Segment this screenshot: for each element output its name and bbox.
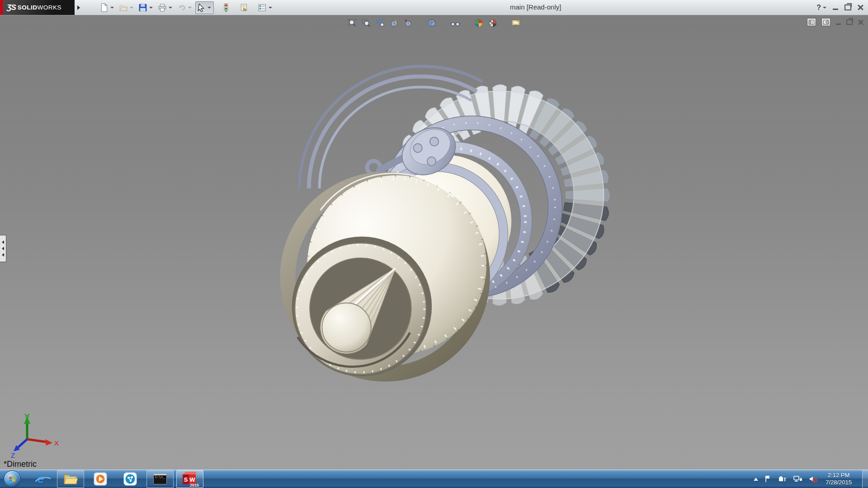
view-orientation-button[interactable]	[403, 18, 414, 28]
jet-engine-model[interactable]	[0, 15, 868, 470]
view-settings-icon	[511, 19, 521, 28]
options-list-icon	[258, 3, 267, 12]
document-close-button[interactable]	[858, 19, 863, 25]
triad-z-label: Z	[11, 451, 15, 458]
taskbar-share-nodes-app[interactable]	[117, 470, 144, 488]
display-style-icon	[427, 19, 436, 28]
open-button[interactable]	[118, 1, 136, 14]
collapse-arrow-icon	[2, 240, 4, 244]
show-desktop-button[interactable]	[862, 470, 868, 488]
start-button[interactable]	[4, 470, 21, 488]
file-properties-button[interactable]	[238, 1, 250, 14]
window-title: main [Read-only]	[510, 3, 561, 11]
sw-year-badge: 2015	[190, 483, 199, 488]
zoom-to-fit-button[interactable]	[347, 18, 358, 28]
new-button[interactable]	[98, 1, 117, 14]
menu-expand-arrow-icon[interactable]	[77, 5, 80, 10]
solidworks-app-icon: S W 2015	[182, 471, 198, 487]
restore-button[interactable]	[844, 5, 851, 10]
undo-dropdown-caret[interactable]	[188, 7, 192, 9]
graphics-area[interactable]: X Y Z *Dimetric	[0, 15, 868, 470]
view-orientation-icon	[403, 19, 413, 28]
taskbar-media-player[interactable]	[87, 470, 114, 488]
network-icon[interactable]	[793, 475, 803, 483]
hide-show-items-button[interactable]	[450, 18, 461, 28]
save-dropdown-caret[interactable]	[149, 7, 153, 9]
sw-letter-s: S	[183, 474, 189, 484]
select-dropdown-caret[interactable]	[208, 7, 211, 9]
taskbar-windows-explorer[interactable]	[57, 470, 84, 488]
view-settings-button[interactable]	[511, 18, 522, 28]
taskbar-apps: e	[27, 470, 203, 488]
new-dropdown-caret[interactable]	[110, 7, 114, 9]
action-center-flag-icon[interactable]	[764, 475, 772, 483]
appearance-sphere-icon	[474, 19, 483, 28]
open-folder-icon	[119, 3, 128, 12]
view-orientation-label: *Dimetric	[4, 460, 37, 469]
triad-y-label: Y	[25, 415, 29, 422]
print-button[interactable]	[156, 1, 175, 14]
help-icon: ?	[816, 4, 821, 12]
edit-appearance-button[interactable]	[473, 18, 484, 28]
help-dropdown-caret[interactable]	[823, 7, 826, 9]
apply-scene-button[interactable]	[487, 18, 498, 28]
section-view-icon	[389, 19, 399, 28]
show-hidden-icons-button[interactable]	[754, 478, 758, 481]
folder-icon	[63, 473, 78, 485]
taskbar-command-prompt[interactable]: C:\>_	[146, 470, 174, 488]
featuremanager-flyout-tab[interactable]	[0, 235, 6, 262]
options-dropdown-caret[interactable]	[269, 7, 272, 9]
dassault-logo-mark: ƷS	[7, 3, 16, 12]
clock-date: 7/28/2015	[826, 479, 852, 486]
new-document-icon	[99, 3, 108, 12]
reference-triad: X Y Z	[10, 413, 64, 458]
open-dropdown-caret[interactable]	[130, 7, 133, 9]
display-style-button[interactable]	[426, 18, 437, 28]
document-restore-button[interactable]	[846, 19, 853, 25]
window-controls: ?	[816, 0, 863, 15]
help-button[interactable]: ?	[816, 4, 826, 12]
close-button[interactable]	[858, 5, 863, 10]
taskbar-solidworks[interactable]: S W 2015	[176, 470, 203, 488]
previous-view-icon	[375, 19, 385, 28]
standard-toolbar	[98, 1, 275, 14]
show-display-pane-button[interactable]	[821, 18, 830, 26]
media-player-icon	[94, 472, 107, 486]
solidworks-logo[interactable]: ƷS SOLIDWORKS	[3, 0, 75, 15]
document-minimize-button[interactable]	[836, 23, 841, 25]
zoom-to-area-icon	[361, 19, 371, 28]
print-dropdown-caret[interactable]	[169, 7, 172, 9]
brand-name: SOLIDWORKS	[18, 4, 61, 11]
taskbar-clock[interactable]: 2:12 PM 7/28/2015	[826, 472, 852, 486]
file-properties-icon	[240, 3, 249, 12]
show-feature-pane-button[interactable]	[807, 18, 816, 26]
headsup-view-toolbar	[344, 17, 524, 29]
pane-right-icon	[823, 20, 829, 24]
engine-front-cowl[interactable]	[280, 172, 490, 381]
triad-x-label: X	[54, 439, 59, 447]
select-cursor-icon	[197, 3, 206, 12]
select-button[interactable]	[195, 1, 214, 14]
undo-button[interactable]	[176, 1, 194, 14]
solidworks-window: ƷS SOLIDWORKS	[0, 0, 868, 488]
command-prompt-icon: C:\>_	[153, 474, 167, 484]
save-button[interactable]	[137, 1, 156, 14]
clock-time: 2:12 PM	[826, 472, 852, 479]
zoom-to-area-button[interactable]	[361, 18, 372, 28]
pane-left-icon	[809, 20, 814, 24]
power-icon[interactable]	[778, 475, 787, 483]
print-icon	[158, 3, 167, 12]
options-button[interactable]	[256, 1, 275, 14]
zoom-to-fit-icon	[347, 19, 357, 28]
section-view-button[interactable]	[389, 18, 400, 28]
previous-view-button[interactable]	[375, 18, 386, 28]
undo-icon	[177, 3, 186, 12]
volume-muted-icon[interactable]	[809, 475, 818, 483]
taskbar-internet-explorer[interactable]: e	[27, 470, 54, 488]
document-window-controls	[807, 18, 863, 26]
windows-taskbar: e	[0, 469, 868, 488]
minimize-button[interactable]	[833, 9, 838, 10]
windows-flag-icon	[8, 474, 17, 483]
ie-orbit-icon	[35, 476, 51, 483]
rebuild-button[interactable]	[220, 1, 232, 14]
